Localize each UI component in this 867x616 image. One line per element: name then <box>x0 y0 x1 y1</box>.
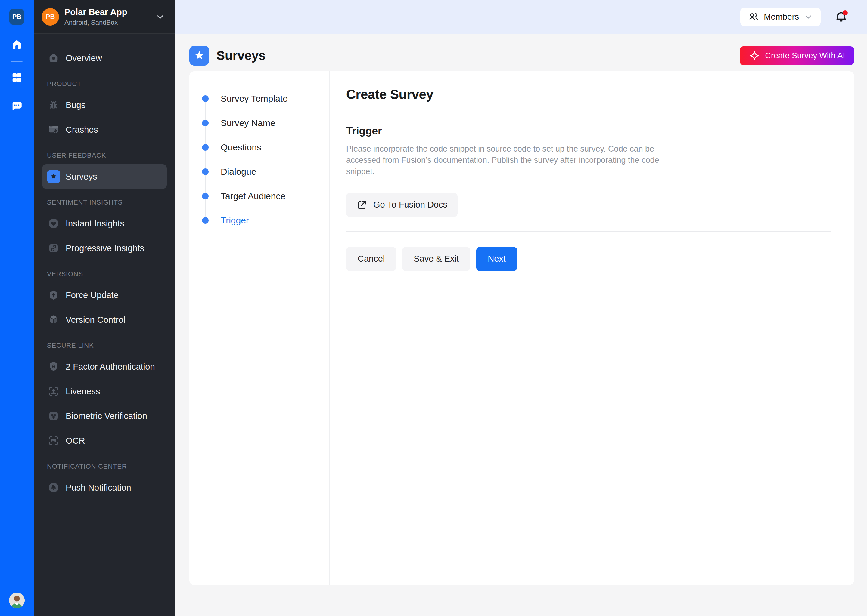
app-avatar: PB <box>41 8 59 25</box>
workspace-badge[interactable]: PB <box>9 9 24 25</box>
app-name: Polar Bear App <box>65 7 127 17</box>
members-button[interactable]: Members <box>740 8 821 26</box>
app-switcher[interactable]: PB Polar Bear App Android, SandBox <box>34 0 175 34</box>
step-dot <box>202 193 209 200</box>
card-scan-icon <box>47 434 60 447</box>
link-icon <box>47 242 60 255</box>
sidebar-item-bugs[interactable]: Bugs <box>42 93 167 117</box>
sidebar-item-force-update[interactable]: Force Update <box>42 283 167 307</box>
step-survey-name[interactable]: Survey Name <box>202 111 329 135</box>
sparkle-icon <box>749 50 760 61</box>
topbar: Members <box>175 0 867 34</box>
sidebar-item-label: Version Control <box>66 315 125 325</box>
step-trigger[interactable]: Trigger <box>202 208 329 233</box>
step-label: Survey Template <box>221 94 288 104</box>
wizard-steps: Survey Template Survey Name Questions Di… <box>189 71 329 585</box>
cube-icon <box>47 313 60 326</box>
go-to-fusion-docs-label: Go To Fusion Docs <box>373 200 447 210</box>
chevron-down-icon <box>155 12 165 22</box>
app-subtitle: Android, SandBox <box>65 19 127 27</box>
sidebar-item-liveness[interactable]: Liveness <box>42 379 167 404</box>
sidebar-item-label: Liveness <box>66 387 100 396</box>
main-area: Members Surveys Create Survey With AI <box>175 0 867 616</box>
sidebar: PB Polar Bear App Android, SandBox Overv… <box>34 0 175 616</box>
cancel-button[interactable]: Cancel <box>346 247 396 271</box>
step-dot <box>202 95 209 102</box>
notification-unread-dot <box>843 10 848 15</box>
sidebar-item-label: OCR <box>66 436 85 446</box>
page-header: Surveys Create Survey With AI <box>189 46 854 66</box>
step-label: Survey Name <box>221 118 276 128</box>
create-survey-card: Survey Template Survey Name Questions Di… <box>189 71 854 585</box>
go-to-fusion-docs-button[interactable]: Go To Fusion Docs <box>346 193 457 217</box>
crash-window-icon <box>47 123 60 136</box>
step-label: Trigger <box>221 215 249 226</box>
chevron-down-icon <box>804 13 813 21</box>
section-label-sentiment-insights: SENTIMENT INSIGHTS <box>42 198 167 206</box>
section-label-versions: VERSIONS <box>42 270 167 278</box>
chat-icon[interactable] <box>10 99 24 113</box>
step-dot <box>202 144 209 151</box>
bell-badge-icon <box>47 481 60 494</box>
sidebar-item-overview[interactable]: Overview <box>42 46 167 71</box>
force-update-icon <box>47 288 60 302</box>
step-dot <box>202 217 209 224</box>
sidebar-item-label: 2 Factor Authentication <box>66 362 155 372</box>
next-button[interactable]: Next <box>476 247 517 271</box>
apps-grid-icon[interactable] <box>10 71 24 85</box>
create-survey-ai-label: Create Survey With AI <box>765 51 845 60</box>
wizard-panel: Create Survey Trigger Please incorporate… <box>329 71 854 585</box>
surveys-star-icon <box>47 170 60 183</box>
section-label-product: PRODUCT <box>42 80 167 88</box>
sidebar-item-label: Crashes <box>66 125 98 135</box>
sidebar-item-biometric-verification[interactable]: Biometric Verification <box>42 404 167 428</box>
members-label: Members <box>764 12 799 22</box>
step-dot <box>202 168 209 175</box>
step-target-audience[interactable]: Target Audience <box>202 184 329 208</box>
surveys-star-icon <box>189 46 209 66</box>
sidebar-nav: Overview PRODUCT Bugs Crashes USER FEEDB… <box>34 34 175 506</box>
sidebar-item-progressive-insights[interactable]: Progressive Insights <box>42 236 167 261</box>
trigger-description: Please incorporate the code snippet in s… <box>346 143 674 177</box>
sidebar-item-instant-insights[interactable]: Instant Insights <box>42 211 167 236</box>
sidebar-item-version-control[interactable]: Version Control <box>42 307 167 332</box>
step-label: Dialogue <box>221 167 256 177</box>
page-title: Surveys <box>216 49 265 63</box>
home-icon[interactable] <box>10 38 24 52</box>
page-content: Surveys Create Survey With AI Survey Tem… <box>175 34 867 616</box>
app-rail: PB <box>0 0 34 616</box>
section-label-notification-center: NOTIFICATION CENTER <box>42 463 167 470</box>
save-exit-button[interactable]: Save & Exit <box>402 247 470 271</box>
app-root: PB PB Polar Bear App Android, SandBox <box>0 0 867 616</box>
user-avatar[interactable] <box>9 592 25 608</box>
notifications-button[interactable] <box>834 9 848 24</box>
sidebar-item-ocr[interactable]: OCR <box>42 428 167 453</box>
step-dialogue[interactable]: Dialogue <box>202 159 329 184</box>
sidebar-item-crashes[interactable]: Crashes <box>42 117 167 142</box>
face-scan-icon <box>47 385 60 398</box>
bug-icon <box>47 98 60 112</box>
step-questions[interactable]: Questions <box>202 135 329 159</box>
step-survey-template[interactable]: Survey Template <box>202 86 329 111</box>
section-label-user-feedback: USER FEEDBACK <box>42 152 167 159</box>
app-meta: Polar Bear App Android, SandBox <box>65 7 127 27</box>
section-label-secure-link: SECURE LINK <box>42 342 167 349</box>
wizard-actions: Cancel Save & Exit Next <box>346 247 831 271</box>
create-survey-ai-button[interactable]: Create Survey With AI <box>740 46 854 65</box>
steps-connector-line <box>205 98 206 220</box>
step-dot <box>202 120 209 126</box>
form-divider <box>346 231 831 232</box>
sidebar-item-label: Bugs <box>66 100 85 110</box>
sidebar-item-push-notification[interactable]: Push Notification <box>42 475 167 500</box>
heart-icon <box>47 217 60 230</box>
sidebar-item-label: Force Update <box>66 290 118 300</box>
rail-divider <box>11 61 22 62</box>
sidebar-item-label: Push Notification <box>66 483 131 493</box>
external-link-icon <box>356 200 367 210</box>
shield-lock-icon <box>47 360 60 373</box>
step-label: Target Audience <box>221 191 285 201</box>
fingerprint-icon <box>47 409 60 423</box>
sidebar-item-label: Instant Insights <box>66 218 125 229</box>
sidebar-item-surveys[interactable]: Surveys <box>42 164 167 189</box>
sidebar-item-2fa[interactable]: 2 Factor Authentication <box>42 354 167 379</box>
